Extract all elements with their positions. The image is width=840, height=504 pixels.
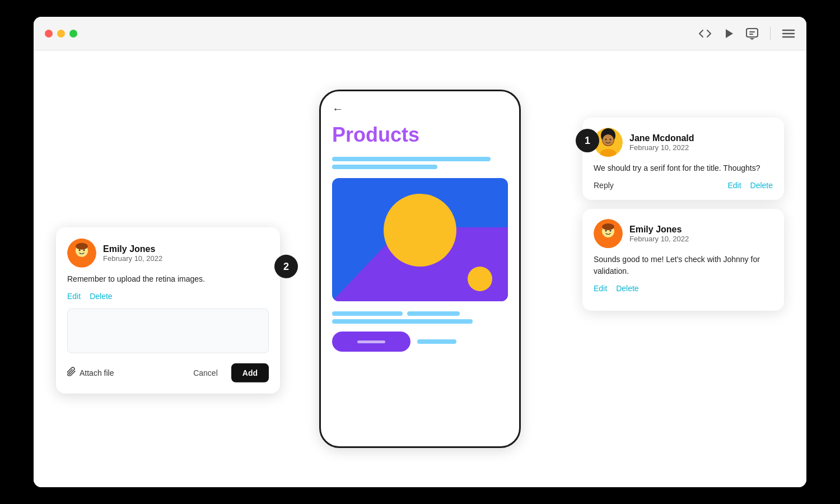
text-emily-left: Remember to upload the retina images. (67, 273, 269, 285)
comment-card-emily-right: Emily Jones February 10, 2022 Sounds goo… (582, 209, 784, 311)
actions-emily-left: Edit Delete (67, 292, 269, 301)
text-jane: We should try a serif font for the title… (594, 162, 773, 174)
toolbar-right (698, 27, 795, 40)
maximize-button[interactable] (69, 30, 77, 38)
phone-mockup: ← Products (319, 90, 521, 448)
phone-line-3 (332, 311, 403, 316)
svg-point-16 (603, 134, 614, 146)
phone-circle-large (384, 194, 456, 267)
svg-point-22 (602, 223, 614, 230)
phone-button-row (332, 332, 508, 352)
comment-card-left: Emily Jones February 10, 2022 Remember t… (56, 227, 280, 394)
comment-icon[interactable] (745, 27, 759, 40)
comment-header-emily-right: Emily Jones February 10, 2022 (594, 219, 773, 248)
phone-image-block (332, 178, 508, 301)
phone-line-4 (407, 311, 460, 316)
delete-link-jane[interactable]: Delete (750, 181, 773, 190)
attach-file-btn[interactable]: Attach file (67, 367, 180, 379)
edit-link-jane[interactable]: Edit (727, 181, 741, 190)
avatar-emily-left (67, 239, 96, 268)
phone-bottom-lines (332, 311, 508, 324)
close-button[interactable] (45, 30, 53, 38)
svg-point-25 (610, 230, 612, 232)
phone-lines-top (332, 157, 508, 169)
phone-line-1 (332, 157, 491, 161)
browser-content: ← Products (34, 50, 806, 487)
edit-link-left[interactable]: Edit (67, 292, 81, 301)
svg-point-18 (605, 139, 607, 141)
author-emily-right: Emily Jones (629, 225, 689, 235)
phone-btn-line (357, 340, 385, 343)
minimize-button[interactable] (57, 30, 65, 38)
badge-1: 1 (576, 129, 599, 152)
play-icon[interactable] (723, 28, 734, 39)
svg-point-24 (605, 230, 607, 232)
traffic-lights (45, 30, 77, 38)
cancel-button[interactable]: Cancel (186, 364, 225, 382)
date-emily-left: February 10, 2022 (103, 254, 162, 262)
comment-panel-right: Jane Mcdonald February 10, 2022 We shoul… (582, 118, 784, 311)
svg-point-19 (610, 139, 612, 141)
browser-window: ← Products (34, 17, 806, 487)
reply-link-jane[interactable]: Reply (594, 181, 614, 190)
badge-2: 2 (274, 255, 298, 278)
author-jane: Jane Mcdonald (629, 133, 694, 143)
titlebar (34, 17, 806, 50)
phone-line-5 (332, 319, 473, 324)
card-footer-left: Attach file Cancel Add (67, 363, 269, 382)
svg-point-11 (79, 249, 81, 251)
attach-icon (67, 367, 76, 379)
comment-header-jane: Jane Mcdonald February 10, 2022 (594, 128, 773, 157)
svg-point-12 (83, 249, 85, 251)
attach-label: Attach file (80, 368, 114, 377)
phone-extra-line (417, 339, 456, 344)
delete-link-left[interactable]: Delete (90, 292, 112, 301)
toolbar-divider (770, 27, 771, 40)
reply-textarea-left[interactable] (67, 309, 269, 353)
menu-icon[interactable] (782, 29, 795, 39)
delete-link-emily-right[interactable]: Delete (616, 284, 638, 293)
svg-rect-1 (746, 29, 758, 37)
date-emily-right: February 10, 2022 (629, 235, 689, 243)
actions-emily-right: Edit Delete (594, 284, 773, 293)
date-jane: February 10, 2022 (629, 143, 694, 152)
avatar-emily-right (594, 219, 623, 248)
edit-link-emily-right[interactable]: Edit (594, 284, 607, 293)
svg-point-9 (76, 243, 88, 250)
phone-purple-btn[interactable] (332, 332, 410, 352)
comment-card-jane: Jane Mcdonald February 10, 2022 We shoul… (582, 118, 784, 200)
phone-title: Products (332, 123, 508, 147)
comment-header-left: Emily Jones February 10, 2022 (67, 239, 269, 268)
add-button[interactable]: Add (231, 363, 269, 382)
author-emily-left: Emily Jones (103, 244, 162, 254)
svg-marker-0 (726, 29, 733, 38)
phone-line-2 (332, 165, 437, 169)
phone-circle-small (468, 267, 492, 291)
text-emily-right: Sounds good to me! Let's check with John… (594, 254, 773, 277)
actions-jane: Edit Delete (727, 181, 773, 190)
back-arrow[interactable]: ← (332, 102, 508, 115)
code-icon[interactable] (698, 29, 712, 39)
